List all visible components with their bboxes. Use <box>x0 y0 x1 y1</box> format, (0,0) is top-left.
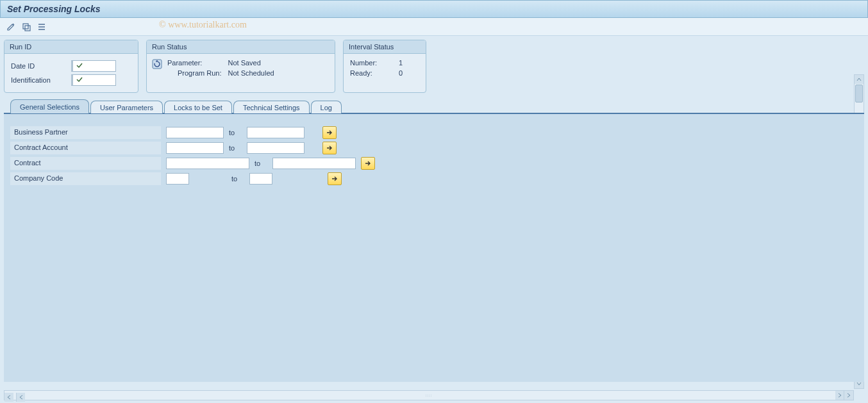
row-business-partner: Business Partner to <box>10 126 858 140</box>
contract-account-from-input[interactable] <box>166 142 224 154</box>
run-id-group: Run ID Date ID Identification <box>4 40 138 93</box>
interval-ready-value: 0 <box>399 69 419 77</box>
copy-icon[interactable] <box>21 21 32 33</box>
parameter-value: Not Saved <box>228 59 274 67</box>
interval-status-group: Interval Status Number: 1 Ready: 0 <box>343 40 426 93</box>
run-id-header: Run ID <box>4 40 138 54</box>
to-label: to <box>255 160 267 167</box>
company-code-to-input[interactable] <box>249 173 272 185</box>
list-icon[interactable] <box>36 21 47 33</box>
tab-technical-settings[interactable]: Technical Settings <box>233 101 310 113</box>
scroll-up-icon[interactable] <box>855 75 864 84</box>
business-partner-multiple-button[interactable] <box>322 126 337 139</box>
identification-label: Identification <box>11 76 69 84</box>
parameter-label: Parameter: <box>167 59 221 67</box>
page-title: Set Processing Locks <box>7 4 101 14</box>
tab-locks-to-be-set[interactable]: Locks to be Set <box>164 101 232 113</box>
horizontal-scrollbar[interactable]: :::: <box>4 390 854 400</box>
svg-rect-1 <box>25 26 30 31</box>
contract-account-multiple-button[interactable] <box>322 142 337 154</box>
contract-to-input[interactable] <box>272 158 356 169</box>
to-label: to <box>229 129 242 136</box>
interval-number-label: Number: <box>350 59 394 67</box>
arrow-right-icon <box>326 129 333 136</box>
tab-user-parameters[interactable]: User Parameters <box>90 101 163 113</box>
scroll-grip-icon: :::: <box>426 393 433 397</box>
company-code-multiple-button[interactable] <box>328 172 342 185</box>
run-status-header: Run Status <box>147 40 335 54</box>
watermark: © www.tutorialkart.com <box>159 20 247 30</box>
arrow-right-icon <box>331 175 338 183</box>
interval-number-value: 1 <box>399 59 419 67</box>
contract-account-to-input[interactable] <box>247 142 305 154</box>
scroll-right-icon[interactable] <box>844 391 853 400</box>
row-contract-account: Contract Account to <box>10 141 858 155</box>
program-run-label: Program Run: <box>167 69 221 77</box>
required-check-icon <box>76 76 83 83</box>
to-label: to <box>231 175 244 183</box>
scroll-right-fast-icon[interactable] <box>835 391 844 400</box>
tab-panel-general: Business Partner to Contract Account to … <box>4 113 864 382</box>
toolbar: © www.tutorialkart.com <box>0 18 868 36</box>
row-company-code: Company Code to <box>10 172 858 186</box>
business-partner-to-input[interactable] <box>247 127 305 138</box>
program-run-value: Not Scheduled <box>228 69 274 77</box>
tab-strip: General Selections User Parameters Locks… <box>10 99 864 113</box>
date-id-label: Date ID <box>11 62 69 70</box>
title-bar: Set Processing Locks <box>0 0 868 18</box>
arrow-right-icon <box>364 160 372 167</box>
row-contract: Contract to <box>10 156 858 170</box>
edit-icon[interactable] <box>5 21 17 33</box>
tab-log[interactable]: Log <box>311 101 342 113</box>
run-status-group: Run Status Parameter: Not Saved Program … <box>146 40 335 93</box>
tab-general-selections[interactable]: General Selections <box>10 99 89 113</box>
contract-from-input[interactable] <box>166 158 249 169</box>
arrow-right-icon <box>326 144 333 152</box>
company-code-label: Company Code <box>10 172 161 185</box>
groups-row: Run ID Date ID Identification Run Status <box>4 40 864 93</box>
refresh-status-icon[interactable] <box>152 59 165 77</box>
contract-multiple-button[interactable] <box>361 157 375 170</box>
company-code-from-input[interactable] <box>166 173 189 185</box>
contract-account-label: Contract Account <box>10 142 161 154</box>
to-label: to <box>229 144 242 152</box>
interval-ready-label: Ready: <box>350 69 394 77</box>
identification-input[interactable] <box>71 74 116 86</box>
contract-label: Contract <box>10 157 161 170</box>
business-partner-label: Business Partner <box>10 126 161 139</box>
main-area: Run ID Date ID Identification Run Status <box>0 36 868 403</box>
date-id-input[interactable] <box>71 60 116 72</box>
svg-rect-0 <box>23 24 28 29</box>
business-partner-from-input[interactable] <box>166 127 224 138</box>
scroll-left-icon[interactable] <box>4 393 13 402</box>
interval-status-header: Interval Status <box>344 40 426 54</box>
required-check-icon <box>76 62 83 69</box>
